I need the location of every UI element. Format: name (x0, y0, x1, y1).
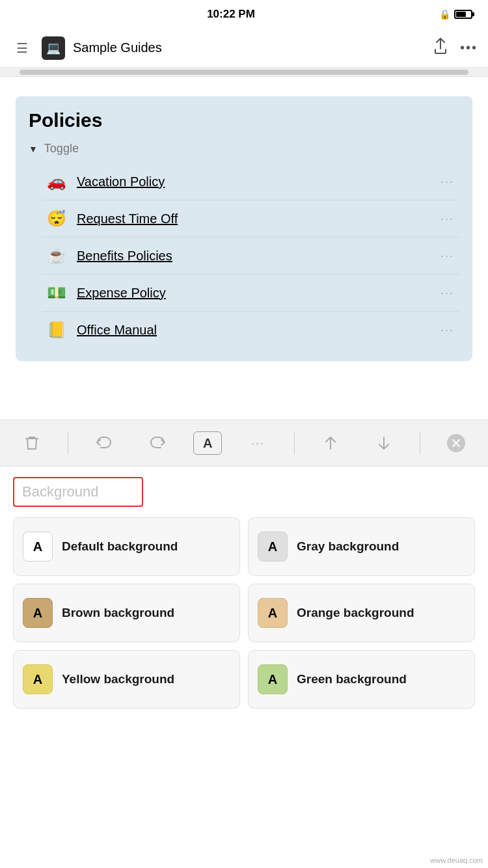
delete-button[interactable] (15, 426, 49, 460)
timeoff-emoji: 😴 (47, 210, 68, 228)
bg-label-yellow: Yellow background (62, 671, 174, 688)
content-area: Policies ▼ 🚗 Vacation Policy ··· 😴 Reque… (0, 77, 488, 394)
book-icon: 💻 (42, 36, 65, 60)
battery-icon (454, 10, 472, 19)
bg-icon-orange: A (258, 598, 288, 628)
toolbar-divider-2 (294, 431, 295, 455)
lock-icon: 🔒 (439, 9, 450, 20)
nav-title: Sample Guides (73, 40, 421, 55)
toggle-input[interactable] (44, 142, 459, 156)
bg-option-yellow[interactable]: A Yellow background (13, 650, 240, 709)
vacation-dots[interactable]: ··· (441, 175, 454, 189)
format-text-button[interactable]: A (193, 431, 222, 455)
undo-button[interactable] (87, 426, 121, 460)
scroll-thumb (20, 70, 468, 75)
background-options-grid: A Default background A Gray background A… (13, 517, 475, 709)
watermark: www.deuaq.com (430, 856, 483, 864)
nav-bar: ☰ 💻 Sample Guides ••• (0, 29, 488, 68)
expense-label: Expense Policy (77, 286, 441, 301)
share-icon[interactable] (429, 38, 452, 58)
bg-icon-brown: A (23, 598, 53, 628)
policies-block: Policies ▼ 🚗 Vacation Policy ··· 😴 Reque… (16, 96, 472, 361)
policies-title: Policies (29, 109, 459, 131)
benefits-emoji: ☕ (47, 247, 68, 265)
expense-dots[interactable]: ··· (441, 286, 454, 300)
background-section-label: Background (13, 477, 143, 507)
bg-option-default[interactable]: A Default background (13, 517, 240, 576)
move-down-button[interactable] (367, 426, 401, 460)
toolbar-divider-1 (68, 431, 68, 455)
toggle-arrow[interactable]: ▼ (29, 144, 38, 154)
bg-icon-gray: A (258, 532, 288, 562)
bg-icon-yellow: A (23, 664, 53, 694)
list-item[interactable]: 📒 Office Manual ··· (42, 312, 459, 348)
bg-icon-default: A (23, 532, 53, 562)
list-item[interactable]: 💵 Expense Policy ··· (42, 275, 459, 312)
status-time: 10:22 PM (42, 8, 420, 21)
bg-option-brown[interactable]: A Brown background (13, 584, 240, 642)
timeoff-label: Request Time Off (77, 211, 441, 226)
expense-emoji: 💵 (47, 284, 68, 302)
benefits-dots[interactable]: ··· (441, 249, 454, 263)
toggle-row: ▼ (29, 142, 459, 156)
benefits-label: Benefits Policies (77, 249, 441, 264)
status-right: 🔒 (420, 9, 472, 20)
list-item[interactable]: ☕ Benefits Policies ··· (42, 237, 459, 275)
close-button[interactable] (439, 426, 473, 460)
toolbar: A ··· (0, 420, 488, 467)
list-item[interactable]: 😴 Request Time Off ··· (42, 200, 459, 237)
vacation-label: Vacation Policy (77, 174, 441, 189)
bg-option-green[interactable]: A Green background (248, 650, 475, 709)
bg-icon-green: A (258, 664, 288, 694)
manual-dots[interactable]: ··· (441, 323, 454, 337)
redo-button[interactable] (141, 426, 174, 460)
bg-option-gray[interactable]: A Gray background (248, 517, 475, 576)
bg-label-default: Default background (62, 539, 178, 555)
manual-label: Office Manual (77, 323, 441, 338)
bg-label-gray: Gray background (297, 539, 399, 555)
vacation-emoji: 🚗 (47, 172, 68, 191)
scroll-indicator (0, 68, 488, 77)
more-icon[interactable]: ••• (460, 40, 478, 55)
bg-option-orange[interactable]: A Orange background (248, 584, 475, 642)
list-items: 🚗 Vacation Policy ··· 😴 Request Time Off… (29, 163, 459, 348)
bg-label-brown: Brown background (62, 605, 174, 621)
status-bar: 10:22 PM 🔒 (0, 0, 488, 29)
background-panel: Background A Default background A Gray b… (0, 467, 488, 719)
manual-emoji: 📒 (47, 321, 68, 339)
move-up-button[interactable] (314, 426, 347, 460)
menu-icon[interactable]: ☰ (10, 40, 34, 56)
list-item[interactable]: 🚗 Vacation Policy ··· (42, 163, 459, 200)
book-emoji: 💻 (46, 41, 61, 55)
timeoff-dots[interactable]: ··· (441, 212, 454, 226)
more-options-button[interactable]: ··· (241, 426, 275, 460)
format-a-label: A (203, 436, 212, 451)
bg-label-green: Green background (297, 671, 407, 688)
toolbar-divider-3 (420, 431, 420, 455)
bg-label-orange: Orange background (297, 605, 414, 621)
